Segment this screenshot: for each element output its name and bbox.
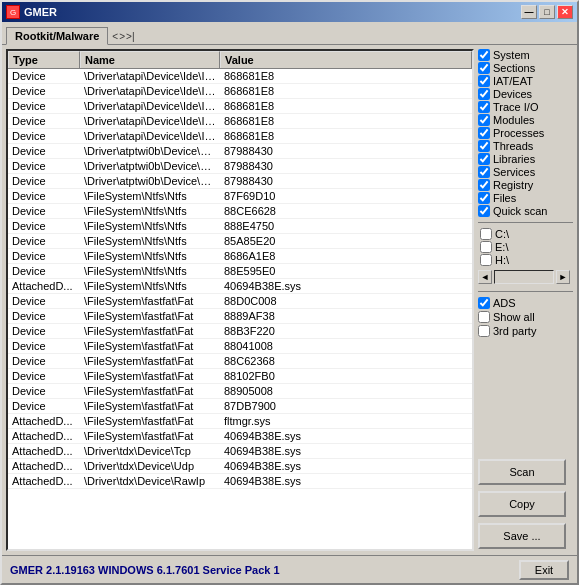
table-cell: AttachedD... — [8, 459, 80, 473]
table-row[interactable]: AttachedD...\FileSystem\fastfat\Fatfltmg… — [8, 414, 472, 429]
filter-checkboxes: SystemSectionsIAT/EATDevicesTrace I/OMod… — [478, 49, 573, 217]
col-header-value[interactable]: Value — [220, 51, 472, 68]
filter-checkbox-libraries[interactable] — [478, 153, 490, 165]
table-cell: 88B3F220 — [220, 324, 472, 338]
show-all-checkbox[interactable] — [478, 311, 490, 323]
col-header-name[interactable]: Name — [80, 51, 220, 68]
table-row[interactable]: Device\Driver\atapi\Device\Ide\IdePort18… — [8, 84, 472, 99]
table-row[interactable]: Device\FileSystem\fastfat\Fat8889AF38 — [8, 309, 472, 324]
table-row[interactable]: Device\FileSystem\fastfat\Fat87DB7900 — [8, 399, 472, 414]
drive-checkbox-E:[interactable] — [480, 241, 492, 253]
scroll-left-btn[interactable]: ◄ — [478, 270, 492, 284]
copy-button[interactable]: Copy — [478, 491, 566, 517]
filter-checkbox-traceio[interactable] — [478, 101, 490, 113]
filter-checkbox-processes[interactable] — [478, 127, 490, 139]
divider-1 — [478, 222, 573, 223]
table-cell: Device — [8, 219, 80, 233]
table-cell: \FileSystem\Ntfs\Ntfs — [80, 264, 220, 278]
table-row[interactable]: Device\FileSystem\Ntfs\Ntfs87F69D10 — [8, 189, 472, 204]
table-row[interactable]: Device\FileSystem\Ntfs\Ntfs888E4750 — [8, 219, 472, 234]
scan-button[interactable]: Scan — [478, 459, 566, 485]
table-row[interactable]: AttachedD...\Driver\tdx\Device\Udp40694B… — [8, 459, 472, 474]
filter-checkbox-item: Trace I/O — [478, 101, 573, 113]
table-row[interactable]: Device\Driver\atapi\Device\Ide\IdePort28… — [8, 99, 472, 114]
table-row[interactable]: Device\Driver\atptwi0b\Device\Scsi\atpt.… — [8, 174, 472, 189]
title-buttons: — □ ✕ — [521, 5, 573, 19]
table-row[interactable]: AttachedD...\FileSystem\Ntfs\Ntfs40694B3… — [8, 279, 472, 294]
ads-checkbox[interactable] — [478, 297, 490, 309]
table-cell: 8889AF38 — [220, 309, 472, 323]
filter-checkbox-item: Threads — [478, 140, 573, 152]
drive-checkbox-H:[interactable] — [480, 254, 492, 266]
table-cell: Device — [8, 84, 80, 98]
third-party-checkbox[interactable] — [478, 325, 490, 337]
table-row[interactable]: Device\FileSystem\fastfat\Fat88905008 — [8, 384, 472, 399]
table-row[interactable]: AttachedD...\Driver\tdx\Device\RawIp4069… — [8, 474, 472, 489]
table-row[interactable]: Device\Driver\atptwi0b\Device\Scsi\atpt.… — [8, 159, 472, 174]
scroll-track[interactable] — [494, 270, 554, 284]
title-bar: G GMER — □ ✕ — [2, 2, 577, 22]
tab-arrow-last[interactable]: >| — [126, 31, 134, 42]
filter-checkbox-quickscan[interactable] — [478, 205, 490, 217]
drive-checkbox-C:[interactable] — [480, 228, 492, 240]
table-cell: \Driver\tdx\Device\RawIp — [80, 474, 220, 488]
filter-checkbox-files[interactable] — [478, 192, 490, 204]
table-cell: 868681E8 — [220, 114, 472, 128]
filter-checkbox-services[interactable] — [478, 166, 490, 178]
minimize-button[interactable]: — — [521, 5, 537, 19]
tab-arrow-next[interactable]: > — [119, 31, 125, 42]
maximize-button[interactable]: □ — [539, 5, 555, 19]
scroll-right-btn[interactable]: ► — [556, 270, 570, 284]
table-cell: \Driver\atptwi0b\Device\Scsi\atpt... — [80, 159, 220, 173]
filter-label: Files — [493, 192, 516, 204]
table-cell: \Driver\atapi\Device\Ide\IdePort1 — [80, 84, 220, 98]
filter-checkbox-modules[interactable] — [478, 114, 490, 126]
filter-checkbox-iateat[interactable] — [478, 75, 490, 87]
col-header-type[interactable]: Type — [8, 51, 80, 68]
table-cell: \FileSystem\Ntfs\Ntfs — [80, 204, 220, 218]
save-button[interactable]: Save ... — [478, 523, 566, 549]
table-cell: fltmgr.sys — [220, 414, 472, 428]
table-cell: \Driver\atptwi0b\Device\Scsi\atpt... — [80, 174, 220, 188]
table-cell: \Driver\atapi\Device\Ide\IdePort3 — [80, 114, 220, 128]
tab-bar: Rootkit/Malware < > >| — [2, 22, 577, 44]
table-row[interactable]: Device\FileSystem\Ntfs\Ntfs88E595E0 — [8, 264, 472, 279]
table-row[interactable]: Device\FileSystem\fastfat\Fat88041008 — [8, 339, 472, 354]
table-row[interactable]: AttachedD...\FileSystem\fastfat\Fat40694… — [8, 429, 472, 444]
filter-checkbox-devices[interactable] — [478, 88, 490, 100]
table-row[interactable]: AttachedD...\Driver\tdx\Device\Tcp40694B… — [8, 444, 472, 459]
table-cell: Device — [8, 384, 80, 398]
filter-label: Modules — [493, 114, 535, 126]
filter-checkbox-system[interactable] — [478, 49, 490, 61]
close-button[interactable]: ✕ — [557, 5, 573, 19]
table-cell: 888E4750 — [220, 219, 472, 233]
table-row[interactable]: Device\FileSystem\Ntfs\Ntfs88CE6628 — [8, 204, 472, 219]
table-row[interactable]: Device\Driver\atapi\Device\Ide\IdeDevic.… — [8, 129, 472, 144]
table-cell: \FileSystem\fastfat\Fat — [80, 309, 220, 323]
right-panel: SystemSectionsIAT/EATDevicesTrace I/OMod… — [478, 49, 573, 551]
filter-label: Threads — [493, 140, 533, 152]
table-body: Device\Driver\atapi\Device\Ide\IdePort08… — [8, 69, 472, 549]
table-row[interactable]: Device\Driver\atapi\Device\Ide\IdePort08… — [8, 69, 472, 84]
table-row[interactable]: Device\FileSystem\fastfat\Fat88B3F220 — [8, 324, 472, 339]
table-row[interactable]: Device\Driver\atptwi0b\Device\Scsi\atpt.… — [8, 144, 472, 159]
table-cell: Device — [8, 399, 80, 413]
status-text: GMER 2.1.19163 WINDOWS 6.1.7601 Service … — [10, 564, 280, 576]
filter-checkbox-sections[interactable] — [478, 62, 490, 74]
tab-arrow-prev[interactable]: < — [112, 31, 118, 42]
table-row[interactable]: Device\FileSystem\fastfat\Fat88D0C008 — [8, 294, 472, 309]
tab-rootkit-malware[interactable]: Rootkit/Malware — [6, 27, 108, 45]
table-cell: Device — [8, 234, 80, 248]
filter-checkbox-threads[interactable] — [478, 140, 490, 152]
table-cell: 88C62368 — [220, 354, 472, 368]
exit-button[interactable]: Exit — [519, 560, 569, 580]
table-row[interactable]: Device\FileSystem\fastfat\Fat88102FB0 — [8, 369, 472, 384]
filter-checkbox-item: Modules — [478, 114, 573, 126]
table-row[interactable]: Device\FileSystem\fastfat\Fat88C62368 — [8, 354, 472, 369]
table-cell: Device — [8, 264, 80, 278]
filter-checkbox-registry[interactable] — [478, 179, 490, 191]
table-row[interactable]: Device\FileSystem\Ntfs\Ntfs85A85E20 — [8, 234, 472, 249]
filter-label: Trace I/O — [493, 101, 538, 113]
table-row[interactable]: Device\Driver\atapi\Device\Ide\IdePort38… — [8, 114, 472, 129]
table-row[interactable]: Device\FileSystem\Ntfs\Ntfs8686A1E8 — [8, 249, 472, 264]
